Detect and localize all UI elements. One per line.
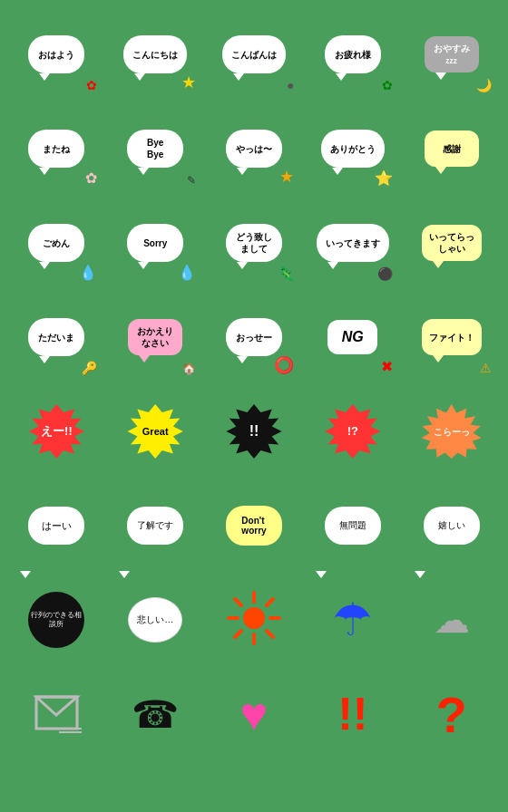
sticker-haii[interactable]: はーい xyxy=(9,480,104,571)
sticker-faito[interactable]: ファイト！ ⚠ xyxy=(404,292,499,382)
sun-icon xyxy=(227,591,281,645)
deco-icon: ✿ xyxy=(86,78,97,92)
sticker-koraa[interactable]: こらーっ xyxy=(404,386,499,477)
sticker-itterasshai[interactable]: いってらっしゃい xyxy=(404,198,499,288)
sticker-sun[interactable] xyxy=(207,575,302,665)
sticker-text: こんばんは xyxy=(231,49,277,61)
sticker-phone[interactable]: ☎ xyxy=(108,669,203,759)
sticker-text: いってらっしゃい xyxy=(429,231,474,255)
sticker-ossu[interactable]: おっせー ⭕ xyxy=(207,292,302,382)
sticker-tadaima[interactable]: ただいま 🔑 xyxy=(9,292,104,382)
sticker-cloud[interactable]: ☁ xyxy=(404,575,499,665)
deco-icon: 🏠 xyxy=(182,362,196,375)
sticker-oyasumi[interactable]: おやすみzzz 🌙 xyxy=(404,9,499,100)
deco-icon: ✖ xyxy=(381,358,393,375)
mail-icon xyxy=(32,692,82,733)
sticker-text: !? xyxy=(347,424,358,440)
sticker-ryokai[interactable]: 了解です xyxy=(108,480,203,571)
sticker-text: ただいま xyxy=(38,332,74,343)
sticker-mail[interactable] xyxy=(9,669,104,759)
sticker-text: 感謝 xyxy=(443,143,461,155)
sticker-text: またね xyxy=(43,143,70,155)
sticker-text: Don'tworry xyxy=(241,516,266,536)
sticker-gomen[interactable]: ごめん 💧 xyxy=(9,198,104,288)
sticker-umbrella[interactable]: ☂ xyxy=(305,575,400,665)
deco-icon: 🌙 xyxy=(476,78,492,92)
deco-icon: ● xyxy=(287,78,294,92)
heart-icon: ♥ xyxy=(240,687,269,741)
sticker-arigatou[interactable]: ありがとう ⭐ xyxy=(305,103,400,194)
sticker-text: はーい xyxy=(42,519,72,533)
sticker-yahhaa[interactable]: やっは〜 ★ xyxy=(207,103,302,194)
svg-point-0 xyxy=(243,607,265,629)
sticker-ureshii[interactable]: 嬉しい xyxy=(404,480,499,571)
deco-icon: 💧 xyxy=(178,264,196,281)
deco-icon: ✿ xyxy=(382,78,393,92)
deco-icon: ✎ xyxy=(187,174,196,187)
sticker-ng[interactable]: NG ✖ xyxy=(305,292,400,382)
deco-icon: 🦎 xyxy=(278,266,294,281)
sticker-text: おはよう xyxy=(38,49,74,61)
sticker-okaerinasai[interactable]: おかえりなさい 🏠 xyxy=(108,292,203,382)
svg-line-6 xyxy=(267,631,273,637)
sticker-question-red[interactable]: ? xyxy=(404,669,499,759)
sticker-text: お疲れ様 xyxy=(335,49,371,61)
sticker-kansha[interactable]: 感謝 xyxy=(404,103,499,194)
deco-icon: 💧 xyxy=(79,264,97,281)
sticker-text: Sorry xyxy=(143,237,167,249)
sticker-exclaim-red[interactable]: !! xyxy=(305,669,400,759)
sticker-text: やっは〜 xyxy=(236,143,272,155)
deco-icon: ⭐ xyxy=(375,169,393,187)
sticker-text: おっせー xyxy=(236,332,272,343)
sticker-ohayou[interactable]: おはよう ✿ xyxy=(9,9,104,100)
sticker-eee[interactable]: えー!! xyxy=(9,386,104,477)
sticker-exclaim2[interactable]: !! xyxy=(207,386,302,477)
sticker-mumondai[interactable]: 無問題 xyxy=(305,480,400,571)
sticker-ittekimasu[interactable]: いってきます ⚫ xyxy=(305,198,400,288)
sticker-konnichiha[interactable]: こんにちは ★ xyxy=(108,9,203,100)
sticker-text: ファイト！ xyxy=(429,332,474,343)
sticker-text: ByeBye xyxy=(147,137,163,160)
sticker-douitashimashite[interactable]: どう致しまして 🦎 xyxy=(207,198,302,288)
sticker-text: 了解です xyxy=(137,519,173,532)
sticker-text: 悲しい… xyxy=(137,614,173,626)
phone-icon: ☎ xyxy=(132,692,179,737)
sticker-text: !! xyxy=(249,422,259,441)
sticker-sorry[interactable]: Sorry 💧 xyxy=(108,198,203,288)
deco-icon: ★ xyxy=(181,72,196,92)
sticker-text: えー!! xyxy=(41,424,73,440)
exclaim-icon: !! xyxy=(337,688,367,740)
sticker-text: いってきます xyxy=(326,237,380,249)
cloud-icon: ☁ xyxy=(434,599,470,641)
sticker-text: おかえりなさい xyxy=(137,325,173,349)
sticker-text: どう致しまして xyxy=(236,231,272,255)
sticker-grid: おはよう ✿ こんにちは ★ こんばんは ● お疲れ様 ✿ おやすみzzz 🌙 … xyxy=(9,9,499,759)
sticker-dont-worry[interactable]: Don'tworry xyxy=(207,480,302,571)
deco-icon: ⚫ xyxy=(377,266,393,281)
sticker-text: こんにちは xyxy=(132,49,178,61)
sticker-exclaim-q[interactable]: !? xyxy=(305,386,400,477)
sticker-byebye[interactable]: ByeBye ✎ xyxy=(108,103,203,194)
sticker-gyuu[interactable]: 行列のできる相談所 xyxy=(9,575,104,665)
sticker-heart[interactable]: ♥ xyxy=(207,669,302,759)
deco-icon: ⭕ xyxy=(274,355,294,375)
sticker-konbanwa[interactable]: こんばんは ● xyxy=(207,9,302,100)
sticker-text: ごめん xyxy=(43,237,70,249)
svg-marker-10 xyxy=(36,697,77,715)
sticker-text: NG xyxy=(342,329,364,345)
deco-icon: ⚠ xyxy=(480,361,492,375)
umbrella-icon: ☂ xyxy=(332,594,373,646)
sticker-text: ありがとう xyxy=(330,143,376,155)
svg-line-7 xyxy=(267,599,273,605)
svg-line-8 xyxy=(235,631,241,637)
deco-icon: ✿ xyxy=(85,169,97,187)
sticker-text: こらーっ xyxy=(434,426,470,438)
sticker-text: 行列のできる相談所 xyxy=(28,611,84,628)
sticker-text: おやすみzzz xyxy=(434,43,470,66)
sticker-matane[interactable]: またね ✿ xyxy=(9,103,104,194)
deco-icon: 🔑 xyxy=(82,361,97,375)
sticker-kanashii[interactable]: 悲しい… xyxy=(108,575,203,665)
sticker-text: Great xyxy=(142,425,169,438)
sticker-otsukaresama[interactable]: お疲れ様 ✿ xyxy=(305,9,400,100)
sticker-great[interactable]: Great xyxy=(108,386,203,477)
